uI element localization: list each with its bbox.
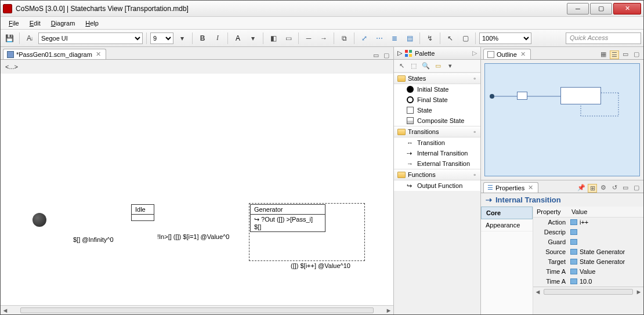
note-tool[interactable]: ▭ bbox=[433, 61, 443, 71]
cat-core[interactable]: Core bbox=[481, 207, 533, 219]
maximize-view-icon[interactable]: ▢ bbox=[382, 52, 391, 59]
palette-initial-state[interactable]: Initial State bbox=[394, 84, 480, 95]
tab-close-icon[interactable]: ✕ bbox=[527, 184, 534, 191]
menu-file[interactable]: File bbox=[4, 19, 24, 28]
scroll-track[interactable] bbox=[544, 289, 633, 295]
font-select[interactable]: Segoe UI bbox=[38, 32, 143, 44]
drawer-functions[interactable]: Functions ⚬ bbox=[394, 169, 480, 180]
initial-state-node[interactable] bbox=[32, 213, 46, 227]
folder-icon bbox=[397, 129, 406, 135]
menu-diagram[interactable]: Diagram bbox=[46, 19, 80, 28]
zoom-select[interactable]: 100% bbox=[479, 32, 531, 44]
palette-state[interactable]: State bbox=[394, 105, 480, 115]
italic-button[interactable]: I bbox=[211, 32, 224, 45]
prop-row-source[interactable]: SourceState Generator bbox=[533, 247, 643, 257]
properties-tab[interactable]: ☰ Properties ✕ bbox=[483, 182, 538, 193]
scroll-left-icon[interactable]: ◄ bbox=[533, 288, 542, 295]
menu-help-label: elp bbox=[90, 20, 99, 27]
properties-hscrollbar[interactable]: ◄ ► bbox=[533, 287, 643, 296]
prop-row-action[interactable]: Actioni++ bbox=[533, 218, 643, 227]
align-icon[interactable]: ≣ bbox=[388, 32, 401, 45]
drawer-pin-icon[interactable]: ⚬ bbox=[472, 129, 477, 135]
linestyle-button[interactable]: ─ bbox=[302, 32, 315, 45]
fontsize-select[interactable]: 9 bbox=[150, 32, 173, 44]
prop-row-descrip[interactable]: Descrip bbox=[533, 227, 643, 237]
canvas[interactable]: Idle Generator ↪ ?Out ([]) >[Pass_i] $[]… bbox=[1, 74, 393, 305]
scroll-thumb[interactable] bbox=[20, 307, 374, 313]
maximize-view-icon[interactable]: ▢ bbox=[632, 50, 641, 59]
maximize-button[interactable]: ▢ bbox=[590, 3, 612, 15]
linecolor-button[interactable]: ▭ bbox=[282, 32, 295, 45]
menu-help[interactable]: Help bbox=[81, 19, 103, 28]
palette-header: ▷ Palette ▷ bbox=[394, 47, 480, 60]
props-restore-icon[interactable]: ↺ bbox=[610, 184, 619, 193]
select-tool-icon[interactable]: ↖ bbox=[444, 32, 457, 45]
distribute-icon[interactable]: ⋯ bbox=[373, 32, 386, 45]
select-tool[interactable]: ↖ bbox=[396, 61, 407, 71]
prop-row-time-a[interactable]: Time AValue bbox=[533, 267, 643, 277]
maximize-view-icon[interactable]: ▢ bbox=[632, 184, 641, 193]
order-icon[interactable]: ▤ bbox=[403, 32, 416, 45]
fontcolor-drop-icon[interactable]: ▾ bbox=[247, 32, 259, 45]
palette-tool-drop[interactable]: ▾ bbox=[445, 61, 455, 71]
copy-appearance-icon[interactable]: ⧉ bbox=[338, 32, 350, 45]
bold-button[interactable]: B bbox=[196, 32, 209, 45]
editor-hscrollbar[interactable]: ◄ ► bbox=[1, 305, 393, 314]
props-categories-icon[interactable]: ⊞ bbox=[588, 184, 597, 193]
editor-tabbar: *PassGen01.scm_diagram ✕ ▭ ▢ bbox=[1, 47, 393, 60]
state-idle-body bbox=[132, 215, 154, 220]
props-pin-icon[interactable]: 📌 bbox=[577, 184, 586, 193]
fontcolor-button[interactable]: A bbox=[231, 32, 244, 45]
scroll-right-icon[interactable]: ► bbox=[384, 307, 393, 314]
svg-rect-10 bbox=[409, 54, 412, 57]
minimize-view-icon[interactable]: ▭ bbox=[621, 50, 630, 59]
autoresize-icon[interactable]: ⤢ bbox=[358, 32, 371, 45]
palette-transition[interactable]: ↔Transition bbox=[394, 137, 480, 148]
outline-overview[interactable] bbox=[484, 63, 640, 176]
marquee-tool[interactable]: ⬚ bbox=[408, 61, 419, 71]
drawer-states[interactable]: States ⚬ bbox=[394, 73, 480, 84]
minimize-view-icon[interactable]: ▭ bbox=[621, 184, 630, 193]
palette-collapse-icon[interactable]: ▷ bbox=[472, 49, 477, 57]
menu-edit[interactable]: Edit bbox=[25, 19, 45, 28]
tab-close-icon[interactable]: ✕ bbox=[95, 50, 102, 58]
close-button[interactable]: ✕ bbox=[613, 3, 641, 15]
minimize-view-icon[interactable]: ▭ bbox=[371, 52, 381, 59]
minimize-button[interactable]: ─ bbox=[567, 3, 589, 15]
breadcrumb[interactable]: <...> bbox=[1, 60, 393, 74]
font-icon[interactable]: Aᵢ bbox=[23, 32, 36, 45]
hide-icon[interactable]: ▢ bbox=[459, 32, 472, 45]
outline-tree-icon[interactable]: ☰ bbox=[610, 50, 619, 59]
outline-tab[interactable]: Outline ✕ bbox=[483, 49, 531, 59]
drawer-pin-icon[interactable]: ⚬ bbox=[472, 172, 477, 178]
quick-access-input[interactable]: Quick Access bbox=[566, 32, 641, 44]
palette-expand-icon[interactable]: ▷ bbox=[397, 49, 402, 57]
save-icon[interactable]: 💾 bbox=[3, 32, 16, 45]
scroll-left-icon[interactable]: ◄ bbox=[1, 307, 10, 314]
palette-output-function[interactable]: ↪Output Function bbox=[394, 180, 480, 191]
drawer-pin-icon[interactable]: ⚬ bbox=[472, 75, 477, 82]
props-advanced-icon[interactable]: ⚙ bbox=[599, 184, 608, 193]
prop-row-guard[interactable]: Guard bbox=[533, 237, 643, 247]
menu-edit-label: dit bbox=[34, 20, 41, 27]
fillcolor-button[interactable]: ◧ bbox=[267, 32, 280, 45]
zoom-tool[interactable]: 🔍 bbox=[421, 61, 431, 71]
drawer-transitions[interactable]: Transitions ⚬ bbox=[394, 126, 480, 137]
titlebar: CoSMoS [3.0.0] | Statecharts View [Trans… bbox=[1, 1, 643, 17]
arrowstyle-button[interactable]: → bbox=[317, 32, 330, 45]
palette-composite-state[interactable]: Composite State bbox=[394, 115, 480, 126]
palette-final-state[interactable]: Final State bbox=[394, 95, 480, 105]
editor-tab[interactable]: *PassGen01.scm_diagram ✕ bbox=[3, 49, 106, 59]
fontsize-down-icon[interactable]: ▾ bbox=[176, 32, 189, 45]
router-icon[interactable]: ↯ bbox=[424, 32, 436, 45]
scroll-right-icon[interactable]: ► bbox=[634, 288, 643, 295]
palette-internal-transition[interactable]: ⇢Internal Transition bbox=[394, 148, 480, 158]
palette-external-transition[interactable]: →External Transition bbox=[394, 158, 480, 169]
cat-appearance[interactable]: Appearance bbox=[481, 219, 533, 231]
prop-row-target[interactable]: TargetState Generator bbox=[533, 257, 643, 267]
outline-overview-icon[interactable]: ▦ bbox=[599, 50, 608, 59]
outline-panel: Outline ✕ ▦ ☰ ▭ ▢ bbox=[481, 47, 643, 180]
tab-close-icon[interactable]: ✕ bbox=[519, 50, 527, 58]
prop-row-time-a2[interactable]: Time A10.0 bbox=[533, 277, 643, 287]
state-idle[interactable]: Idle bbox=[131, 204, 154, 221]
